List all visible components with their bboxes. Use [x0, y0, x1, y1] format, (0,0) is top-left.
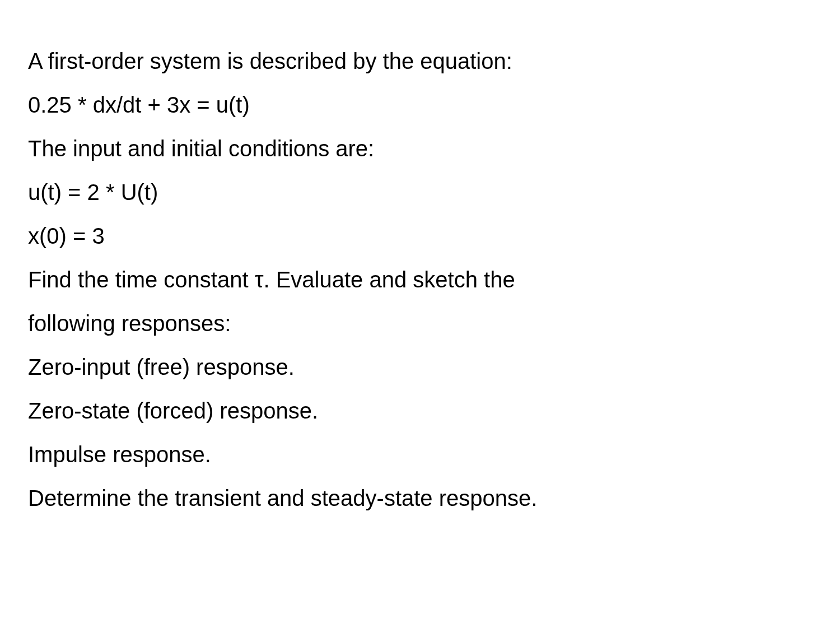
text-line-5: x(0) = 3 [28, 214, 812, 258]
problem-statement: A first-order system is described by the… [28, 39, 812, 520]
text-line-1: A first-order system is described by the… [28, 39, 812, 83]
text-line-3: The input and initial conditions are: [28, 127, 812, 170]
text-line-2: 0.25 * dx/dt + 3x = u(t) [28, 83, 812, 127]
text-line-4: u(t) = 2 * U(t) [28, 170, 812, 214]
text-line-9: Zero-state (forced) response. [28, 389, 812, 433]
text-line-10: Impulse response. [28, 433, 812, 476]
text-line-7: following responses: [28, 301, 812, 345]
text-line-8: Zero-input (free) response. [28, 345, 812, 389]
text-line-6: Find the time constant τ. Evaluate and s… [28, 258, 812, 301]
text-line-11: Determine the transient and steady-state… [28, 476, 812, 520]
